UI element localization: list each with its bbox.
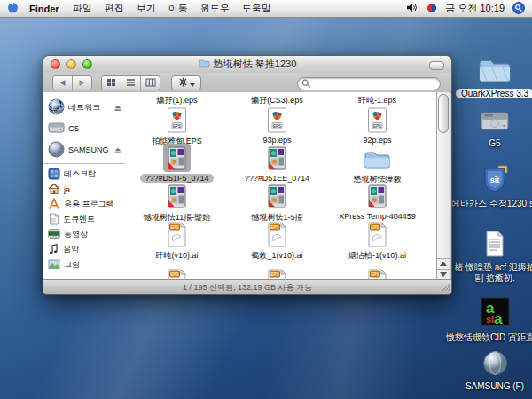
sidebar-place-3[interactable]: 도큐멘트 bbox=[43, 212, 125, 227]
documents-icon bbox=[48, 213, 59, 227]
resize-grip[interactable] bbox=[439, 280, 450, 293]
menu-bar: Finder 파일편집보기이동윈도우도움말 금 오전 10:19 bbox=[0, 0, 532, 18]
column-view-button[interactable] bbox=[140, 76, 160, 90]
file-item[interactable]: EPS93p.eps bbox=[227, 106, 327, 147]
file-item[interactable]: ???#D51EE_0714 bbox=[227, 144, 327, 185]
back-button[interactable] bbox=[53, 76, 72, 90]
desktop-icon-2[interactable]: sit에바카스 수정1230.sit bbox=[456, 165, 532, 210]
sidebar-place-1[interactable]: ja bbox=[43, 182, 125, 197]
nav-buttons bbox=[52, 75, 92, 90]
home-icon bbox=[48, 183, 60, 197]
desktop-icon-1[interactable]: G5 bbox=[456, 109, 532, 148]
chevron-down-icon bbox=[190, 74, 195, 90]
menu-items: 파일편집보기이동윈도우도움말 bbox=[66, 2, 278, 15]
file-item[interactable]: EPS bbox=[327, 267, 427, 280]
menu-item-2[interactable]: 보기 bbox=[137, 3, 156, 13]
applications-icon bbox=[48, 198, 60, 212]
spotlight-icon[interactable] bbox=[512, 2, 525, 16]
list-view-button[interactable] bbox=[121, 76, 140, 90]
file-item[interactable]: EPS褐敇_1(v10).ai bbox=[227, 220, 327, 262]
sidebar-volume-0[interactable]: 네트워크 bbox=[43, 97, 125, 118]
window-title: 慹埖树怯 帑推1230 bbox=[43, 58, 451, 71]
ai-file-icon: EPS bbox=[364, 220, 391, 248]
desktop-icon-4[interactable]: asia憿慦恬瞡欦CID 寊距直枪 bbox=[456, 297, 532, 344]
file-item[interactable]: EPS拍惦雅甸.EPS bbox=[127, 106, 227, 147]
quark-file-icon bbox=[163, 182, 191, 210]
file-item[interactable]: EPS bbox=[127, 267, 227, 280]
file-item[interactable]: 慹埖树怯皣敕 bbox=[327, 144, 427, 185]
eject-icon[interactable] bbox=[113, 104, 122, 112]
desktop-icon-label: SAMSUNG (F) bbox=[466, 381, 524, 391]
back-icon bbox=[59, 75, 66, 90]
svg-text:EPS: EPS bbox=[273, 124, 281, 129]
scroll-up-button[interactable] bbox=[437, 259, 450, 269]
sidebar-place-5[interactable]: 음악 bbox=[43, 242, 125, 257]
menu-item-1[interactable]: 편집 bbox=[105, 3, 124, 13]
desktop-icon-0[interactable]: QuarkXPress 3.3 bbox=[456, 57, 532, 98]
file-label: 盰旽(v10).ai bbox=[151, 250, 202, 262]
sidebar-place-4[interactable]: 동영상 bbox=[43, 227, 125, 242]
sidebar-place-label: 데스크탑 bbox=[64, 168, 96, 180]
volume-icon[interactable] bbox=[406, 3, 419, 14]
title-bar[interactable]: 慹埖树怯 帑推1230 bbox=[43, 56, 451, 74]
window-title-text: 慹埖树怯 帑推1230 bbox=[214, 58, 297, 71]
ai-file-icon: EPS bbox=[263, 220, 291, 248]
icon-view-button[interactable] bbox=[102, 76, 121, 90]
column-view-icon bbox=[145, 75, 156, 90]
sidebar-place-0[interactable]: 데스크탑 bbox=[43, 167, 125, 182]
sidebar-place-label: ja bbox=[64, 185, 70, 194]
file-item[interactable]: 憾埖树怯11掁-螚始 bbox=[127, 182, 227, 223]
eps-file-icon: EPS bbox=[263, 106, 291, 134]
menu-item-3[interactable]: 이동 bbox=[168, 3, 188, 13]
forward-button[interactable] bbox=[72, 76, 91, 90]
svg-text:EPS: EPS bbox=[270, 272, 278, 277]
sidebar-place-2[interactable]: 응용 프로그램 bbox=[43, 197, 125, 212]
action-button[interactable] bbox=[171, 75, 201, 90]
file-item[interactable]: EPS煻怗楨-1(v10).ai bbox=[327, 220, 427, 262]
desktop-icon-label: 楮 憿喤愻 acf 氾搙掐 剾 掊癒初. bbox=[454, 262, 532, 283]
folder-mini-icon bbox=[199, 59, 210, 70]
menu-item-0[interactable]: 파일 bbox=[73, 3, 92, 13]
sidebar-volume-1[interactable]: G5 bbox=[43, 118, 125, 139]
file-item[interactable]: EPS盰旽(v10).ai bbox=[127, 220, 227, 262]
svg-text:si: si bbox=[486, 314, 494, 325]
sidebar-place-6[interactable]: 그림 bbox=[43, 257, 125, 272]
file-item[interactable]: EPS92p.eps bbox=[327, 106, 427, 147]
search-input[interactable] bbox=[297, 77, 441, 90]
view-mode-control bbox=[101, 75, 160, 90]
sidebar-volume-label: G5 bbox=[68, 124, 79, 133]
menu-bar-status: 금 오전 10:19 bbox=[406, 2, 525, 16]
eject-icon[interactable] bbox=[113, 146, 122, 154]
desktop-icon-5[interactable]: SAMSUNG (F) bbox=[456, 350, 532, 391]
file-row-0: 煸孖(1).eps煸孖(CS3).eps盰旽-1.eps bbox=[127, 93, 428, 106]
file-item[interactable]: 盰旽-1.eps bbox=[327, 93, 427, 106]
file-row-1: EPS拍惦雅甸.EPSEPS93p.epsEPS92p.eps bbox=[127, 106, 428, 147]
scrollbar-thumb[interactable] bbox=[438, 94, 449, 133]
harddisk-icon bbox=[480, 109, 510, 137]
sphere-large-icon bbox=[482, 350, 508, 379]
file-item[interactable]: 憾埖树怯1-5掁 bbox=[227, 182, 327, 223]
scroll-down-button[interactable] bbox=[437, 269, 450, 279]
quark-file-icon bbox=[163, 144, 191, 172]
file-item[interactable]: EPS bbox=[227, 267, 327, 280]
apple-menu[interactable] bbox=[7, 2, 19, 16]
movies-icon bbox=[48, 228, 60, 241]
app-menu-finder[interactable]: Finder bbox=[29, 4, 59, 14]
sidebar-place-label: 도큐멘트 bbox=[63, 214, 95, 225]
korean-input-icon[interactable] bbox=[426, 3, 437, 15]
svg-text:EPS: EPS bbox=[373, 124, 381, 129]
desktop-icon-3[interactable]: 楮 憿喤愻 acf 氾搙掐 剾 掊癒初. bbox=[456, 231, 532, 283]
sidebar-volume-2[interactable]: SAMSUNG (F) bbox=[43, 139, 125, 160]
quark-file-icon bbox=[263, 144, 291, 172]
file-item[interactable]: 煸孖(1).eps bbox=[127, 93, 227, 106]
menu-item-5[interactable]: 도움말 bbox=[242, 3, 271, 13]
toolbar-toggle-button[interactable] bbox=[429, 61, 444, 70]
sit-icon: sit bbox=[481, 165, 509, 196]
file-item[interactable]: 煸孖(CS3).eps bbox=[227, 93, 327, 106]
menu-item-4[interactable]: 윈도우 bbox=[200, 3, 230, 13]
file-item[interactable]: ???#D51F5_0714 bbox=[127, 144, 227, 185]
svg-text:EPS: EPS bbox=[371, 225, 379, 230]
file-item[interactable]: XPress Temp-404459 bbox=[327, 182, 427, 223]
menu-bar-clock[interactable]: 금 오전 10:19 bbox=[445, 2, 505, 15]
vertical-scrollbar[interactable] bbox=[436, 92, 450, 280]
